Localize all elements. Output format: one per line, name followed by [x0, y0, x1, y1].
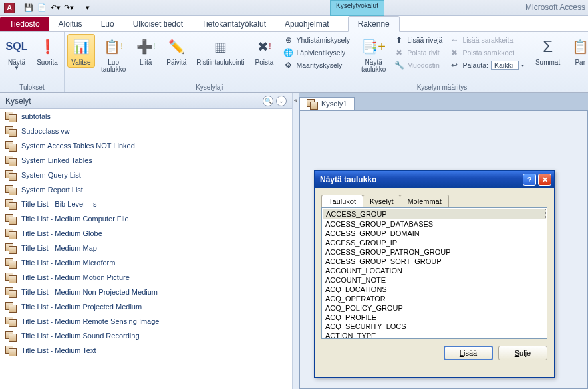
document-tab[interactable]: Kysely1 — [299, 97, 355, 110]
maketable-button[interactable]: 📋! Luo taulukko — [98, 34, 129, 75]
nav-item-label: System Query List — [21, 171, 81, 179]
nav-item-label: Title List - Medium Projected Medium — [21, 303, 142, 311]
close-icon[interactable]: ✕ — [538, 174, 551, 186]
list-item[interactable]: ACQ_SECURITY_LOCS — [323, 322, 546, 331]
query-icon — [5, 317, 16, 326]
list-item[interactable]: ACCESS_GROUP_IP — [323, 238, 546, 247]
nav-item[interactable]: Title List - Medium Projected Medium — [0, 299, 292, 314]
run-icon: ❗ — [37, 36, 58, 57]
datadef-button[interactable]: ⚙Määrityskysely — [281, 59, 353, 71]
chevron-down-icon[interactable]: ⌄ — [276, 96, 287, 106]
append-button[interactable]: ➕! Liitä — [132, 34, 160, 68]
deleterows-button[interactable]: ✖Poista rivit — [392, 47, 444, 59]
nav-item[interactable]: System Report List — [0, 182, 292, 197]
select-query-button[interactable]: 📊 Valitse — [67, 34, 95, 68]
dialog-titlebar[interactable]: Näytä taulukko ? ✕ — [315, 171, 554, 188]
insertcols-button[interactable]: ↔Lisää sarakkeita — [447, 34, 526, 46]
qat-icon[interactable]: 📄 — [37, 3, 47, 13]
delete-label: Poista — [255, 59, 274, 66]
close-button[interactable]: Sulje — [498, 346, 547, 360]
run-button[interactable]: ❗ Suorita — [33, 34, 61, 68]
show-table-dialog: Näytä taulukko ? ✕ Taulukot Kyselyt Mole… — [314, 170, 555, 378]
builder-button[interactable]: 🔧Muodostin — [392, 59, 444, 71]
tab-external[interactable]: Ulkoiset tiedot — [124, 17, 192, 31]
table-listbox[interactable]: ACCESS_GROUPACCESS_GROUP_DATABASESACCESS… — [321, 207, 547, 339]
ribbon-group-results: SQL Näytä ▼ ❗ Suorita Tulokset — [0, 32, 65, 92]
list-item[interactable]: ACTION_TYPE — [323, 331, 546, 339]
crosstab-button[interactable]: ▦ Ristiintaulukointi — [193, 34, 247, 68]
navigation-pane: Kyselyt 🔍 ⌄ subtotalsSudocclass vwSystem… — [0, 93, 293, 389]
tab-design[interactable]: Rakenne — [348, 16, 400, 32]
nav-item[interactable]: Title List - Medium Sound Recording — [0, 328, 292, 343]
list-item[interactable]: ACCESS_GROUP_SORT_GROUP — [323, 257, 546, 266]
showtable-button[interactable]: 📑+ Näytä taulukko — [358, 34, 389, 75]
insertcols-label: Lisää sarakkeita — [462, 36, 513, 44]
ribbon-group-setup: 📑+ Näytä taulukko ⬆Lisää rivejä ✖Poista … — [355, 32, 529, 92]
nav-item[interactable]: Title List - Medium Motion Picture — [0, 270, 292, 285]
nav-item[interactable]: Title List - Medium Computer File — [0, 211, 292, 226]
params-button[interactable]: 📋 Par — [566, 34, 588, 68]
document-tab-label: Kysely1 — [321, 100, 347, 108]
search-icon[interactable]: 🔍 — [263, 96, 273, 106]
list-item[interactable]: ACQ_PROFILE — [323, 313, 546, 322]
view-button[interactable]: SQL Näytä ▼ — [3, 34, 31, 74]
nav-item[interactable]: Title List - Medium Map — [0, 241, 292, 255]
nav-item[interactable]: System Access Tables NOT Linked — [0, 138, 292, 153]
nav-item[interactable]: Title List - Bib Level = s — [0, 197, 292, 211]
delete-button[interactable]: ✖! Poista — [251, 34, 279, 68]
nav-item[interactable]: Title List - Medium Remote Sensing Image — [0, 314, 292, 328]
passthrough-button[interactable]: 🌐Läpivientikysely — [281, 47, 353, 59]
nav-item[interactable]: Title List - Medium Globe — [0, 226, 292, 241]
list-item[interactable]: ACQ_POLICY_GROUP — [323, 303, 546, 313]
tab-tables[interactable]: Taulukot — [321, 195, 363, 207]
nav-item[interactable]: System Query List — [0, 168, 292, 182]
help-button[interactable]: ? — [523, 174, 536, 186]
nav-item-label: Title List - Medium Remote Sensing Image — [21, 317, 159, 325]
list-item[interactable]: ACCESS_GROUP — [323, 209, 546, 219]
nav-header[interactable]: Kyselyt 🔍 ⌄ — [0, 93, 292, 109]
tab-both[interactable]: Molemmat — [400, 195, 448, 207]
list-item[interactable]: ACQ_OPERATOR — [323, 294, 546, 303]
tab-queries[interactable]: Kyselyt — [363, 195, 400, 207]
nav-item[interactable]: Title List - Medium Microform — [0, 255, 292, 270]
insertrows-button[interactable]: ⬆Lisää rivejä — [392, 34, 444, 46]
totals-label: Summat — [535, 59, 560, 66]
totals-button[interactable]: Σ Summat — [532, 34, 563, 68]
deletecols-button[interactable]: ✖Poista sarakkeet — [447, 47, 526, 59]
nav-item-label: Title List - Medium Motion Picture — [21, 273, 130, 281]
return-value[interactable]: Kaikki — [491, 61, 519, 70]
group-label: Kyselylaji — [67, 82, 352, 92]
collapse-handle[interactable]: « — [293, 93, 299, 389]
datadef-label: Määrityskysely — [297, 61, 343, 69]
showtable-icon: 📑+ — [363, 36, 384, 57]
return-label: Palauta: — [462, 61, 488, 69]
nav-item[interactable]: subtotals — [0, 109, 292, 124]
nav-item[interactable]: Sudocclass vw — [0, 124, 292, 138]
update-button[interactable]: ✏️ Päivitä — [162, 34, 190, 68]
save-icon[interactable]: 💾 — [23, 3, 34, 13]
tab-addins[interactable]: Apuohjelmat — [275, 17, 339, 31]
builder-icon: 🔧 — [394, 60, 404, 70]
nav-list[interactable]: subtotalsSudocclass vwSystem Access Tabl… — [0, 109, 292, 389]
list-item[interactable]: ACCOUNT_NOTE — [323, 275, 546, 285]
union-button[interactable]: ⊕Yhdistämiskysely — [281, 34, 353, 46]
nav-item[interactable]: Title List - Medium Text — [0, 343, 292, 358]
list-item[interactable]: ACCESS_GROUP_PATRON_GROUP — [323, 247, 546, 257]
qat-customize-icon[interactable]: ▾ — [82, 3, 93, 13]
nav-item[interactable]: System Linked Tables — [0, 153, 292, 168]
list-item[interactable]: ACCESS_GROUP_DOMAIN — [323, 229, 546, 238]
delete-icon: ✖! — [254, 36, 275, 57]
list-item[interactable]: ACQ_LOCATIONS — [323, 285, 546, 294]
dialog-tabs: Taulukot Kyselyt Molemmat — [321, 195, 547, 207]
list-item[interactable]: ACCOUNT_LOCATION — [323, 266, 546, 275]
tab-home[interactable]: Aloitus — [49, 17, 92, 31]
tab-file[interactable]: Tiedosto — [0, 17, 49, 31]
tab-dbtools[interactable]: Tietokantatyökalut — [192, 17, 275, 31]
undo-icon[interactable]: ↶▾ — [50, 3, 61, 13]
nav-item[interactable]: Title List - Medium Non-Projected Medium — [0, 285, 292, 299]
list-item[interactable]: ACCESS_GROUP_DATABASES — [323, 219, 546, 229]
add-button[interactable]: Lisää — [444, 346, 493, 360]
tab-create[interactable]: Luo — [92, 17, 124, 31]
redo-icon[interactable]: ↷▾ — [63, 3, 74, 13]
return-combo[interactable]: ↩Palauta: Kaikki▾ — [447, 59, 526, 71]
